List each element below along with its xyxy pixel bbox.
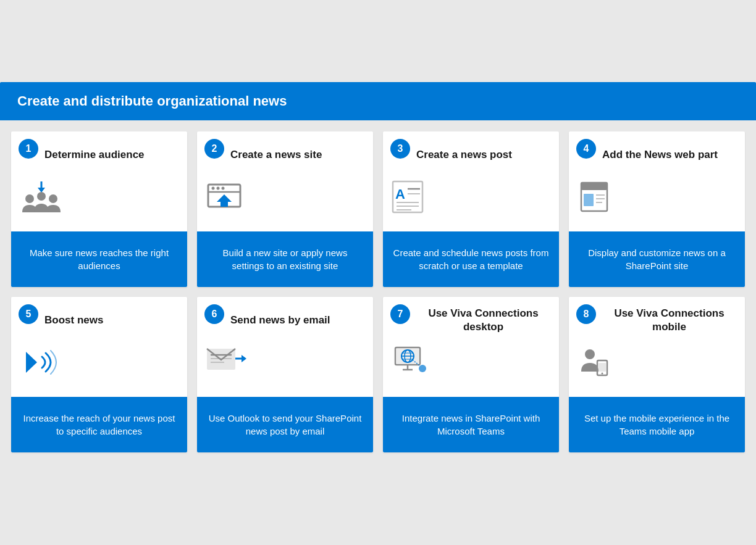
svg-marker-25: [26, 352, 37, 373]
card-number-badge-5: 5: [19, 304, 38, 324]
card-title-area-1: Determine audience: [20, 140, 145, 170]
card-title-area-6: Send news by email: [206, 306, 330, 335]
card-1: 1 Determine audience Make sure news reac…: [11, 131, 187, 287]
svg-point-43: [585, 349, 595, 359]
card-title-5: Boost news: [44, 314, 103, 327]
card-top-7: 7 Use Viva Connections desktop: [383, 297, 559, 397]
card-top-3: 3 Create a news post A: [383, 131, 559, 231]
card-icon-area-6: [206, 335, 248, 391]
card-title-2: Create a news site: [230, 148, 322, 161]
main-container: Create and distribute organizational new…: [0, 82, 756, 464]
card-description-1: Make sure news reaches the right audienc…: [11, 231, 187, 287]
card-top-2: 2 Create a news site: [197, 131, 373, 231]
card-description-5: Increase the reach of your news post to …: [11, 397, 187, 452]
card-3: 3 Create a news post A Create and schedu…: [383, 131, 559, 287]
card-title-4: Add the News web part: [602, 148, 718, 161]
card-icon-area-7: [392, 335, 430, 391]
card-title-3: Create a news post: [416, 148, 512, 161]
card-number-badge-4: 4: [576, 139, 596, 159]
card-icon-area-5: [20, 335, 63, 391]
svg-point-46: [602, 372, 603, 374]
card-description-3: Create and schedule news posts from scra…: [383, 231, 559, 287]
card-top-6: 6 Send news by email: [197, 297, 373, 397]
svg-marker-1: [38, 188, 45, 193]
card-description-7: Integrate news in SharePoint with Micros…: [383, 397, 559, 452]
card-top-4: 4 Add the News web part: [569, 131, 745, 231]
card-title-1: Determine audience: [44, 148, 145, 161]
card-top-1: 1 Determine audience: [11, 131, 187, 231]
card-7: 7 Use Viva Connections desktop Integrate…: [383, 297, 559, 452]
svg-point-41: [419, 365, 426, 372]
card-top-5: 5 Boost news: [11, 297, 187, 397]
card-title-area-3: Create a news post: [392, 140, 512, 170]
svg-point-3: [49, 194, 57, 203]
svg-point-4: [37, 192, 46, 201]
card-icon-area-3: A: [392, 170, 424, 225]
page-title: Create and distribute organizational new…: [17, 93, 287, 109]
card-number-badge-3: 3: [390, 139, 410, 159]
card-description-6: Use Outlook to send your SharePoint news…: [197, 397, 373, 452]
card-number-badge-7: 7: [390, 304, 410, 324]
card-icon-area-1: [20, 170, 63, 225]
cards-grid: 1 Determine audience Make sure news reac…: [0, 120, 756, 464]
card-description-2: Build a new site or apply news settings …: [197, 231, 373, 287]
card-top-8: 8 Use Viva Connections mobile: [569, 297, 745, 397]
svg-rect-8: [220, 202, 228, 207]
svg-point-10: [217, 186, 220, 189]
card-5: 5 Boost news Increase the reach of your …: [11, 297, 187, 452]
svg-marker-31: [242, 355, 246, 362]
card-4: 4 Add the News web part Display and cust…: [569, 131, 745, 287]
card-6: 6 Send news by email Use Outlook to send…: [197, 297, 373, 452]
svg-rect-20: [581, 183, 607, 190]
card-title-8: Use Viva Connections mobile: [602, 307, 736, 333]
card-number-badge-6: 6: [204, 304, 224, 324]
svg-rect-21: [584, 194, 594, 206]
card-icon-area-8: [578, 335, 610, 391]
svg-text:A: A: [395, 186, 405, 202]
svg-point-11: [222, 186, 225, 189]
card-title-6: Send news by email: [230, 314, 330, 327]
card-title-area-8: Use Viva Connections mobile: [578, 306, 736, 335]
card-title-7: Use Viva Connections desktop: [416, 307, 550, 333]
card-2: 2 Create a news site Build a new site or…: [197, 131, 373, 287]
svg-point-9: [212, 186, 215, 189]
card-number-badge-8: 8: [576, 304, 596, 324]
svg-point-2: [25, 194, 34, 203]
card-number-badge-2: 2: [204, 139, 224, 159]
card-title-area-7: Use Viva Connections desktop: [392, 306, 550, 335]
card-8: 8 Use Viva Connections mobile Set up the…: [569, 297, 745, 452]
card-icon-area-2: [206, 170, 243, 225]
card-title-area-4: Add the News web part: [578, 140, 718, 170]
svg-marker-7: [217, 194, 232, 202]
card-description-4: Display and customize news on a SharePoi…: [569, 231, 745, 287]
svg-rect-45: [598, 363, 606, 372]
card-description-8: Set up the mobile experience in the Team…: [569, 397, 745, 452]
card-number-badge-1: 1: [19, 139, 38, 159]
card-icon-area-4: [578, 170, 611, 225]
page-header: Create and distribute organizational new…: [0, 82, 756, 120]
